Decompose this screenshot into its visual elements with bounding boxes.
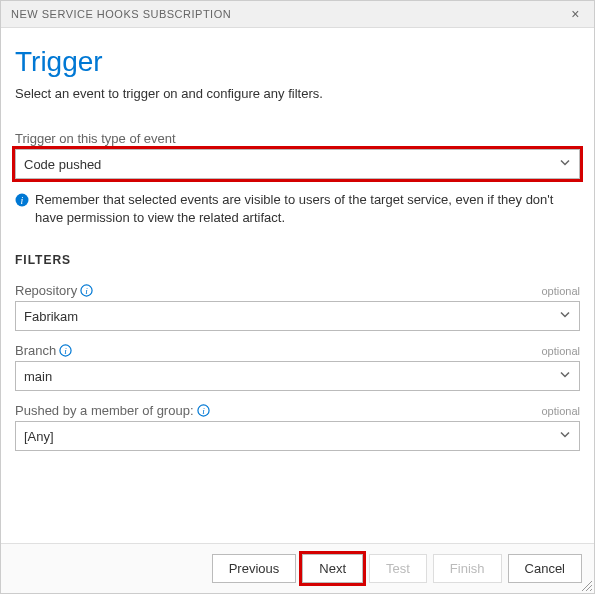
help-icon[interactable]: i: [80, 284, 93, 297]
event-type-value: Code pushed: [24, 157, 101, 172]
repository-label-row: Repository i optional: [15, 283, 580, 298]
branch-label: Branch: [15, 343, 56, 358]
page-title: Trigger: [15, 46, 580, 78]
svg-text:i: i: [85, 286, 88, 296]
optional-label: optional: [541, 405, 580, 417]
chevron-down-icon: [559, 369, 571, 384]
cancel-button[interactable]: Cancel: [508, 554, 582, 583]
group-select[interactable]: [Any]: [15, 421, 580, 451]
chevron-down-icon: [559, 429, 571, 444]
svg-line-9: [586, 585, 592, 591]
finish-button: Finish: [433, 554, 502, 583]
dialog-title: NEW SERVICE HOOKS SUBSCRIPTION: [11, 8, 231, 20]
chevron-down-icon: [559, 309, 571, 324]
repository-value: Fabrikam: [24, 309, 78, 324]
svg-text:i: i: [64, 346, 67, 356]
branch-value: main: [24, 369, 52, 384]
group-label-row: Pushed by a member of group: i optional: [15, 403, 580, 418]
repository-select[interactable]: Fabrikam: [15, 301, 580, 331]
previous-button[interactable]: Previous: [212, 554, 297, 583]
next-button[interactable]: Next: [302, 554, 363, 583]
titlebar: NEW SERVICE HOOKS SUBSCRIPTION ×: [1, 1, 594, 28]
page-subtitle: Select an event to trigger on and config…: [15, 86, 580, 101]
help-icon[interactable]: i: [59, 344, 72, 357]
content-area: Trigger Select an event to trigger on an…: [1, 28, 594, 543]
svg-line-8: [582, 581, 592, 591]
help-icon[interactable]: i: [197, 404, 210, 417]
chevron-down-icon: [559, 157, 571, 172]
group-value: [Any]: [24, 429, 54, 444]
event-type-label: Trigger on this type of event: [15, 131, 580, 146]
branch-label-row: Branch i optional: [15, 343, 580, 358]
info-note: i Remember that selected events are visi…: [15, 191, 580, 227]
svg-text:i: i: [21, 195, 24, 206]
test-button: Test: [369, 554, 427, 583]
optional-label: optional: [541, 285, 580, 297]
footer: Previous Next Test Finish Cancel: [1, 543, 594, 593]
branch-select[interactable]: main: [15, 361, 580, 391]
svg-line-10: [590, 589, 592, 591]
svg-text:i: i: [202, 406, 205, 416]
info-icon: i: [15, 193, 29, 210]
dialog: NEW SERVICE HOOKS SUBSCRIPTION × Trigger…: [0, 0, 595, 594]
repository-label: Repository: [15, 283, 77, 298]
filters-heading: FILTERS: [15, 253, 580, 267]
optional-label: optional: [541, 345, 580, 357]
group-label: Pushed by a member of group:: [15, 403, 194, 418]
close-icon[interactable]: ×: [567, 6, 584, 22]
info-text: Remember that selected events are visibl…: [35, 191, 580, 227]
event-type-select[interactable]: Code pushed: [15, 149, 580, 179]
